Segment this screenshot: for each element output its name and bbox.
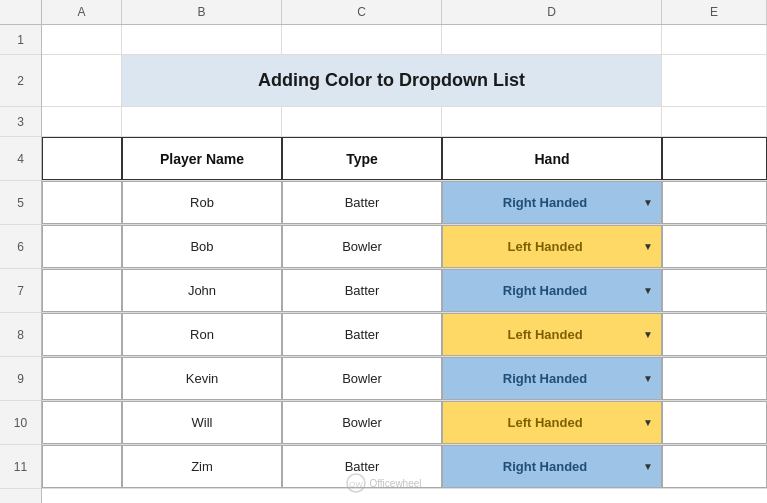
dropdown-value-5: Right Handed xyxy=(451,195,639,210)
rows-area: 1 2 3 4 5 6 7 8 9 10 11 xyxy=(0,25,767,503)
table-header-row: Player Name Type Hand xyxy=(42,137,767,181)
cell-6b: Bob xyxy=(122,225,282,268)
cell-5c: Batter xyxy=(282,181,442,224)
row-num-6: 6 xyxy=(0,225,41,269)
row-3 xyxy=(42,107,767,137)
cell-2e xyxy=(662,55,767,106)
dropdown-value-10: Left Handed xyxy=(451,415,639,430)
dropdown-value-8: Left Handed xyxy=(451,327,639,342)
table-row: Ron Batter Left Handed ▼ xyxy=(42,313,767,357)
dropdown-value-9: Right Handed xyxy=(451,371,639,386)
row-num-9: 9 xyxy=(0,357,41,401)
dropdown-arrow-5: ▼ xyxy=(643,197,653,208)
table-row: Rob Batter Right Handed ▼ xyxy=(42,181,767,225)
table-row: Bob Bowler Left Handed ▼ xyxy=(42,225,767,269)
cell-10c: Bowler xyxy=(282,401,442,444)
cell-4a xyxy=(42,137,122,180)
row-num-5: 5 xyxy=(0,181,41,225)
dropdown-arrow-6: ▼ xyxy=(643,241,653,252)
cell-3d xyxy=(442,107,662,136)
dropdown-arrow-9: ▼ xyxy=(643,373,653,384)
cell-8b: Ron xyxy=(122,313,282,356)
dropdown-11d[interactable]: Right Handed ▼ xyxy=(442,445,662,488)
col-header-e: E xyxy=(662,0,767,24)
dropdown-arrow-11: ▼ xyxy=(643,461,653,472)
corner-cell xyxy=(0,0,42,24)
cell-5e xyxy=(662,181,767,224)
cell-3b xyxy=(122,107,282,136)
dropdown-value-7: Right Handed xyxy=(451,283,639,298)
col-header-b: B xyxy=(122,0,282,24)
cell-2a xyxy=(42,55,122,106)
col-header-d: D xyxy=(442,0,662,24)
dropdown-value-6: Left Handed xyxy=(451,239,639,254)
dropdown-5d[interactable]: Right Handed ▼ xyxy=(442,181,662,224)
cell-7a xyxy=(42,269,122,312)
dropdown-8d[interactable]: Left Handed ▼ xyxy=(442,313,662,356)
dropdown-value-11: Right Handed xyxy=(451,459,639,474)
row-num-4: 4 xyxy=(0,137,41,181)
grid-content: Adding Color to Dropdown List Player Nam… xyxy=(42,25,767,503)
row-num-7: 7 xyxy=(0,269,41,313)
table-row: Kevin Bowler Right Handed ▼ xyxy=(42,357,767,401)
cell-9e xyxy=(662,357,767,400)
cell-10e xyxy=(662,401,767,444)
row-num-8: 8 xyxy=(0,313,41,357)
cell-9c: Bowler xyxy=(282,357,442,400)
dropdown-10d[interactable]: Left Handed ▼ xyxy=(442,401,662,444)
col-header-player: Player Name xyxy=(122,137,282,180)
row-numbers: 1 2 3 4 5 6 7 8 9 10 11 xyxy=(0,25,42,503)
column-headers: A B C D E xyxy=(0,0,767,25)
cell-5b: Rob xyxy=(122,181,282,224)
cell-1e xyxy=(662,25,767,54)
row-num-10: 10 xyxy=(0,401,41,445)
spreadsheet: A B C D E 1 2 3 4 5 6 7 8 9 10 11 xyxy=(0,0,767,503)
cell-7e xyxy=(662,269,767,312)
cell-9b: Kevin xyxy=(122,357,282,400)
dropdown-arrow-8: ▼ xyxy=(643,329,653,340)
cell-6e xyxy=(662,225,767,268)
cell-11e xyxy=(662,445,767,488)
row-num-2: 2 xyxy=(0,55,41,107)
cell-5a xyxy=(42,181,122,224)
col-header-type: Type xyxy=(282,137,442,180)
cell-8e xyxy=(662,313,767,356)
cell-10a xyxy=(42,401,122,444)
col-header-a: A xyxy=(42,0,122,24)
cell-11b: Zim xyxy=(122,445,282,488)
title-cell: Adding Color to Dropdown List xyxy=(122,55,662,106)
dropdown-arrow-7: ▼ xyxy=(643,285,653,296)
cell-1d xyxy=(442,25,662,54)
cell-3e xyxy=(662,107,767,136)
cell-11c: Batter xyxy=(282,445,442,488)
dropdown-7d[interactable]: Right Handed ▼ xyxy=(442,269,662,312)
cell-10b: Will xyxy=(122,401,282,444)
cell-11a xyxy=(42,445,122,488)
row-num-11: 11 xyxy=(0,445,41,489)
dropdown-arrow-10: ▼ xyxy=(643,417,653,428)
col-header-hand: Hand xyxy=(442,137,662,180)
col-header-c: C xyxy=(282,0,442,24)
cell-3a xyxy=(42,107,122,136)
cell-1b xyxy=(122,25,282,54)
dropdown-9d[interactable]: Right Handed ▼ xyxy=(442,357,662,400)
row-num-3: 3 xyxy=(0,107,41,137)
table-row: Zim Batter Right Handed ▼ xyxy=(42,445,767,489)
cell-6a xyxy=(42,225,122,268)
cell-4e xyxy=(662,137,767,180)
table-row: Will Bowler Left Handed ▼ xyxy=(42,401,767,445)
dropdown-6d[interactable]: Left Handed ▼ xyxy=(442,225,662,268)
cell-7c: Batter xyxy=(282,269,442,312)
row-num-1: 1 xyxy=(0,25,41,55)
row-2: Adding Color to Dropdown List xyxy=(42,55,767,107)
cell-8c: Batter xyxy=(282,313,442,356)
cell-9a xyxy=(42,357,122,400)
table-row: John Batter Right Handed ▼ xyxy=(42,269,767,313)
cell-8a xyxy=(42,313,122,356)
cell-7b: John xyxy=(122,269,282,312)
cell-1a xyxy=(42,25,122,54)
row-1 xyxy=(42,25,767,55)
cell-1c xyxy=(282,25,442,54)
cell-6c: Bowler xyxy=(282,225,442,268)
cell-3c xyxy=(282,107,442,136)
